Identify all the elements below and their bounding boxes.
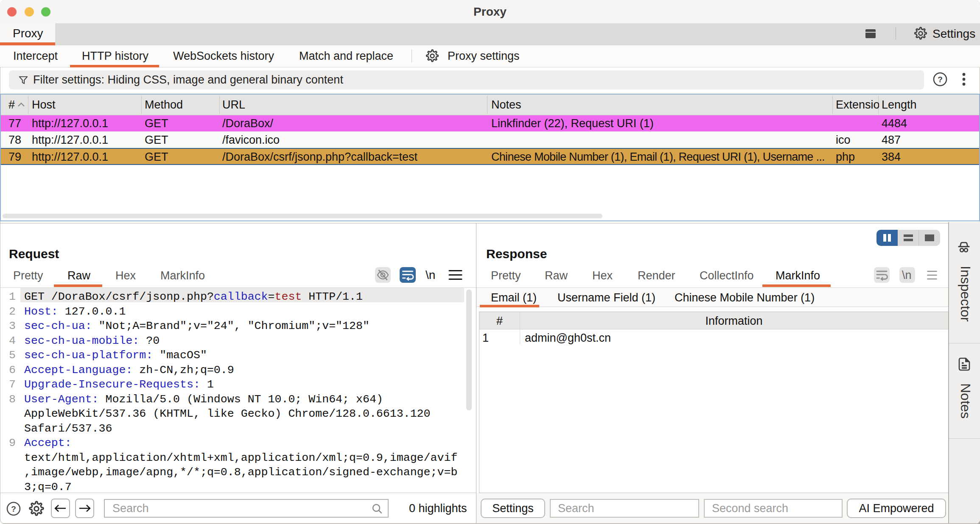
svg-text:?: ? — [938, 75, 943, 84]
svg-text:?: ? — [11, 504, 16, 513]
